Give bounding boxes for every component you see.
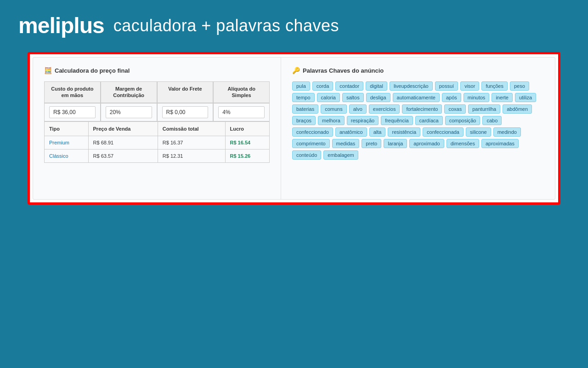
frete-input[interactable]: [162, 106, 209, 118]
cell-lucro: R$ 16.54: [225, 136, 270, 149]
calculator-title: 🧮 Calculadora do preço final: [44, 67, 270, 74]
keyword-tag[interactable]: saltos: [342, 93, 364, 102]
col-header-3: Alíquota do Simples: [213, 81, 270, 103]
keyword-tag[interactable]: anatômico: [335, 127, 367, 137]
keyword-tag[interactable]: medidas: [332, 139, 360, 148]
keyword-tag[interactable]: braços: [292, 116, 316, 125]
cell-tipo: Clássico: [45, 149, 89, 162]
keyword-tag[interactable]: medindo: [493, 127, 521, 137]
keyword-tag[interactable]: melhora: [318, 116, 345, 125]
keyword-tag[interactable]: comprimento: [292, 139, 330, 148]
input-frete: [157, 103, 214, 121]
keyword-tag[interactable]: corda: [312, 81, 334, 91]
keywords-title: 🔑 Palavras Chaves do anúncio: [292, 67, 544, 74]
keyword-tag[interactable]: resistência: [388, 127, 420, 137]
calculator-icon: 🧮: [44, 67, 52, 74]
col-header-1: Margem de Contribuição: [101, 81, 157, 103]
keyword-tag[interactable]: silicone: [466, 127, 491, 137]
margem-input[interactable]: [106, 106, 152, 118]
aliquota-input[interactable]: [218, 106, 265, 118]
keyword-tag[interactable]: confeccionada: [423, 127, 464, 137]
keyword-tag[interactable]: funções: [481, 81, 508, 91]
keyword-tag[interactable]: desliga: [366, 93, 390, 102]
keyword-tag[interactable]: respiração: [347, 116, 379, 125]
cell-preco: R$ 63.57: [88, 149, 158, 162]
custo-input[interactable]: [49, 106, 96, 118]
cell-comissao: R$ 16.37: [158, 136, 225, 149]
keyword-tag[interactable]: alta: [369, 127, 386, 137]
input-headers: Custo do produto em mãos Margem de Contr…: [44, 81, 270, 103]
keyword-tag[interactable]: peso: [510, 81, 529, 91]
cell-comissao: R$ 12.31: [158, 149, 225, 162]
subtitle: caculadora + palavras chaves: [113, 16, 339, 35]
input-fields: [44, 103, 270, 121]
keyword-tag[interactable]: alvo: [349, 104, 367, 114]
keyword-tag[interactable]: frequência: [381, 116, 413, 125]
keyword-tag[interactable]: digital: [366, 81, 387, 91]
th-tipo: Tipo: [45, 121, 89, 136]
keywords-container: pulacordacontadordigitalliveupdescriçāop…: [292, 81, 544, 160]
cell-preco: R$ 68.91: [88, 136, 158, 149]
keyword-tag[interactable]: exercícios: [369, 104, 400, 114]
keyword-tag[interactable]: possuí: [435, 81, 458, 91]
keyword-tag[interactable]: cardíaca: [415, 116, 443, 125]
key-icon: 🔑: [292, 67, 300, 74]
keyword-tag[interactable]: laranja: [384, 139, 407, 148]
keyword-tag[interactable]: utiliza: [515, 93, 536, 102]
keyword-tag[interactable]: coxas: [444, 104, 466, 114]
calculator-section: 🧮 Calculadora do preço final Custo do pr…: [33, 58, 281, 199]
keyword-tag[interactable]: caloria: [317, 93, 340, 102]
th-lucro: Lucro: [225, 121, 270, 136]
keyword-tag[interactable]: tempo: [292, 93, 315, 102]
keyword-tag[interactable]: minutos: [464, 93, 490, 102]
keyword-tag[interactable]: aproximadas: [481, 139, 519, 148]
th-preco: Preço de Venda: [88, 121, 158, 136]
keyword-tag[interactable]: contador: [335, 81, 363, 91]
keyword-tag[interactable]: cabo: [482, 116, 502, 125]
keyword-tag[interactable]: visor: [460, 81, 479, 91]
input-custo: [44, 103, 101, 121]
keyword-tag[interactable]: automaticamente: [393, 93, 440, 102]
keyword-tag[interactable]: liveupdescriçāo: [390, 81, 433, 91]
cell-lucro: R$ 15.26: [225, 149, 270, 162]
table-row: Clássico R$ 63.57 R$ 12.31 R$ 15.26: [45, 149, 270, 162]
input-margem: [101, 103, 157, 121]
input-aliquota: [213, 103, 270, 121]
keyword-tag[interactable]: confeccionado: [292, 127, 333, 137]
table-header-row: Tipo Preço de Venda Comissão total Lucro: [45, 121, 270, 136]
keyword-tag[interactable]: baterias: [292, 104, 318, 114]
keyword-tag[interactable]: panturrilha: [468, 104, 500, 114]
results-table: Tipo Preço de Venda Comissão total Lucro…: [44, 121, 270, 163]
keyword-tag[interactable]: composição: [445, 116, 481, 125]
keyword-tag[interactable]: pula: [292, 81, 310, 91]
col-header-2: Valor do Frete: [157, 81, 214, 103]
keyword-tag[interactable]: inerte: [492, 93, 513, 102]
keyword-tag[interactable]: comuns: [321, 104, 347, 114]
keywords-section: 🔑 Palavras Chaves do anúncio pulacordaco…: [281, 58, 555, 199]
keyword-tag[interactable]: aproximado: [409, 139, 444, 148]
keyword-tag[interactable]: preto: [362, 139, 381, 148]
cell-tipo: Premium: [45, 136, 89, 149]
keyword-tag[interactable]: dimensões: [447, 139, 479, 148]
inner-container: 🧮 Calculadora do preço final Custo do pr…: [33, 57, 555, 200]
main-container: 🧮 Calculadora do preço final Custo do pr…: [28, 52, 560, 205]
keyword-tag[interactable]: abdômen: [503, 104, 532, 114]
keyword-tag[interactable]: embalagem: [323, 150, 358, 160]
th-comissao: Comissão total: [158, 121, 225, 136]
table-row: Premium R$ 68.91 R$ 16.37 R$ 16.54: [45, 136, 270, 149]
keyword-tag[interactable]: após: [442, 93, 461, 102]
keyword-tag[interactable]: conteúdo: [292, 150, 321, 160]
col-header-0: Custo do produto em mãos: [44, 81, 101, 103]
logo: meliplus: [18, 13, 104, 38]
header: meliplus caculadora + palavras chaves: [0, 0, 588, 47]
keyword-tag[interactable]: fortalecimento: [402, 104, 442, 114]
